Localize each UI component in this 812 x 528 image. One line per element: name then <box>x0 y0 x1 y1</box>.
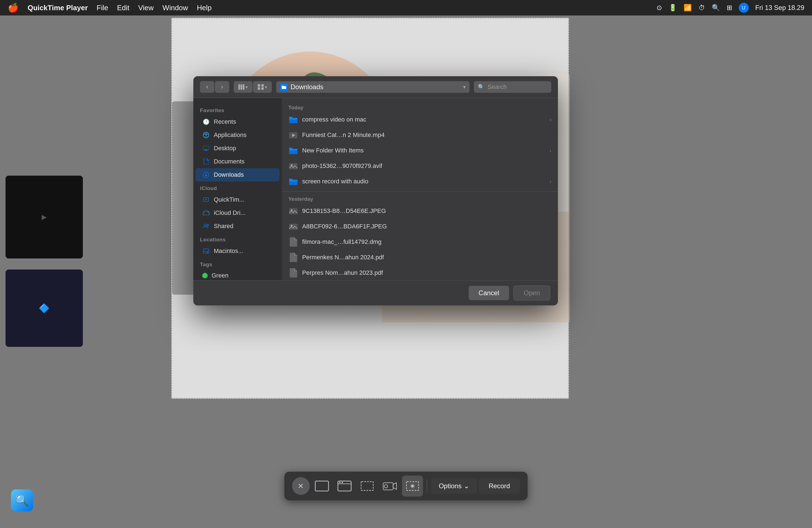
icloud-icon <box>202 209 210 217</box>
nav-buttons: ‹ › <box>200 81 229 93</box>
icloud-label: iCloud <box>193 181 282 193</box>
record-button[interactable]: Record <box>479 478 520 494</box>
app-name: QuickTime Player <box>28 4 88 12</box>
file-item-screen-record[interactable]: screen record with audio › <box>282 174 558 189</box>
menu-view[interactable]: View <box>138 4 154 12</box>
location-selector[interactable]: Downloads ▾ <box>276 81 469 93</box>
sidebar-item-applications[interactable]: Applications <box>195 128 279 142</box>
file-item-new-folder-items[interactable]: New Folder With Items › <box>282 143 558 158</box>
sidebar-item-green-tag[interactable]: Green <box>195 269 279 280</box>
file-item-perpres[interactable]: Perpres Nom…ahun 2023.pdf <box>282 265 558 280</box>
menu-edit[interactable]: Edit <box>117 4 130 12</box>
favorites-label: Favorites <box>193 104 282 115</box>
battery-icon: 🔋 <box>669 4 677 12</box>
finder-icon: 🔍 <box>11 489 33 511</box>
back-button[interactable]: ‹ <box>200 81 214 93</box>
options-chevron-icon: ⌄ <box>464 482 469 490</box>
sidebar-item-icloud-drive[interactable]: iCloud Dri... <box>195 206 279 220</box>
sidebar-item-downloads[interactable]: Downloads <box>195 168 279 181</box>
file-name-jpeg1: 9C138153-B8…D54E6E.JPEG <box>302 207 551 215</box>
svg-point-30 <box>207 252 208 253</box>
screenrecord-icon: ⊙ <box>656 4 662 12</box>
fullscreen-icon <box>315 481 329 492</box>
file-item-jpeg1[interactable]: 9C138153-B8…D54E6E.JPEG <box>282 203 558 219</box>
file-arrow-screen-record: › <box>550 179 551 185</box>
file-name-jpeg2: A8BCF092-6…BDA6F1F.JPEG <box>302 223 551 230</box>
menu-file[interactable]: File <box>97 4 108 12</box>
folder-icon-new-items <box>288 146 298 156</box>
menu-window[interactable]: Window <box>162 4 188 12</box>
file-name-cat: Funniest Cat…n 2 Minute.mp4 <box>302 131 551 138</box>
user-icon: U <box>739 3 749 13</box>
options-button[interactable]: Options ⌄ <box>431 478 477 494</box>
search-icon[interactable]: 🔍 <box>712 4 720 12</box>
forward-button[interactable]: › <box>215 81 229 93</box>
selection-icon <box>360 481 374 492</box>
svg-rect-21 <box>204 150 208 151</box>
svg-rect-15 <box>261 87 264 90</box>
file-name-new-folder: New Folder With Items <box>302 147 546 154</box>
locations-label: Locations <box>193 233 282 245</box>
svg-rect-20 <box>205 150 207 150</box>
sidebar-label-green: Green <box>212 272 228 279</box>
view-columns-button[interactable]: ▾ <box>234 81 252 93</box>
control-center-icon[interactable]: ⊞ <box>727 4 732 12</box>
sidebar-label-quicktime: QuickTim... <box>214 196 244 203</box>
sidebar-item-recents[interactable]: 🕐 Recents <box>195 115 279 128</box>
open-button[interactable]: Open <box>513 285 550 300</box>
file-item-funniest-cat[interactable]: Funniest Cat…n 2 Minute.mp4 <box>282 127 558 143</box>
wifi-icon: 📶 <box>684 4 692 12</box>
image-icon-photo <box>288 161 298 171</box>
menu-help[interactable]: Help <box>197 4 212 12</box>
sidebar-label-downloads: Downloads <box>214 171 244 178</box>
sidebar-item-quicktime[interactable]: QuickTim... <box>195 193 279 206</box>
search-icon-small: 🔍 <box>478 84 485 90</box>
camera-overlay-button[interactable] <box>379 475 400 497</box>
dialog-footer: Cancel Open <box>193 280 558 305</box>
today-section-header: Today <box>282 102 558 112</box>
file-item-jpeg2[interactable]: A8BCF092-6…BDA6F1F.JPEG <box>282 219 558 234</box>
file-item-filmora[interactable]: filmora-mac_…full14792.dmg <box>282 234 558 250</box>
toolbar-separator <box>427 479 427 493</box>
file-name-photo: photo-15362…9070f9279.avif <box>302 162 551 170</box>
file-arrow-compress: › <box>550 117 551 122</box>
thumbnail-left-2: 🔷 <box>5 269 83 347</box>
partial-screen-record-button[interactable] <box>402 475 423 497</box>
search-placeholder: Search <box>488 84 507 91</box>
file-item-photo[interactable]: photo-15362…9070f9279.avif <box>282 158 558 174</box>
selection-record-button[interactable] <box>357 475 378 497</box>
cancel-button[interactable]: Cancel <box>469 286 509 300</box>
sidebar-label-recents: Recents <box>214 118 236 126</box>
close-toolbar-button[interactable]: ✕ <box>292 477 309 495</box>
dialog-toolbar: ‹ › ▾ ▾ Downloads ▾ <box>193 76 558 98</box>
search-box[interactable]: 🔍 Search <box>474 81 551 93</box>
tags-label: Tags <box>193 258 282 269</box>
menubar: 🍎 QuickTime Player File Edit View Window… <box>0 0 812 15</box>
sidebar-item-macintosh[interactable]: Macintos... <box>195 245 279 258</box>
image-icon-jpeg1 <box>288 206 298 216</box>
svg-rect-9 <box>238 84 240 90</box>
sidebar-item-documents[interactable]: Documents <box>195 155 279 168</box>
sidebar-item-shared[interactable]: Shared <box>195 220 279 233</box>
image-icon-jpeg2 <box>288 221 298 231</box>
sidebar-label-applications: Applications <box>214 131 247 138</box>
desktop: ▶ 🔷 🔍 ‹ › ▾ ▾ <box>0 15 812 528</box>
svg-rect-14 <box>258 87 260 90</box>
camera-overlay-icon <box>382 481 397 492</box>
location-chevron-icon: ▾ <box>463 84 466 90</box>
file-item-permenkes[interactable]: Permenkes N…ahun 2024.pdf <box>282 250 558 265</box>
svg-rect-44 <box>361 482 373 490</box>
apple-menu[interactable]: 🍎 <box>8 2 19 13</box>
sidebar-label-icloud-drive: iCloud Dri... <box>214 209 246 217</box>
fullscreen-record-button[interactable] <box>311 475 332 497</box>
desktop-icon <box>202 144 210 152</box>
svg-point-34 <box>291 164 292 166</box>
file-item-compress-video[interactable]: compress video on mac › <box>282 112 558 127</box>
sidebar-item-desktop[interactable]: Desktop <box>195 142 279 155</box>
svg-rect-11 <box>243 84 244 90</box>
view-grid-button[interactable]: ▾ <box>253 81 272 93</box>
window-record-button[interactable] <box>334 475 355 497</box>
svg-point-38 <box>291 225 292 226</box>
sidebar-label-desktop: Desktop <box>214 145 236 152</box>
green-tag-dot <box>202 273 208 278</box>
